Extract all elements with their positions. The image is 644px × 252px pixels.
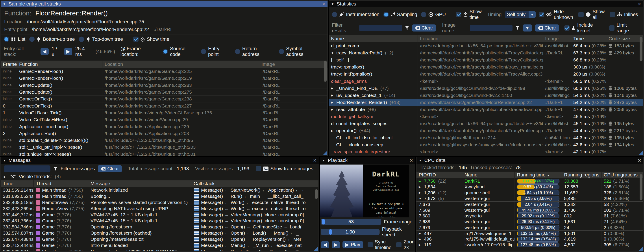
radio-dot[interactable] — [4, 36, 9, 42]
radio-dot[interactable] — [163, 49, 168, 54]
statistics-titlebar[interactable]: ▼ Statistics × — [329, 1, 643, 7]
callstack-icon[interactable] — [194, 188, 199, 192]
playback-speed-slider[interactable]: 1.00 — [321, 229, 380, 235]
collapse-icon[interactable]: ▼ — [3, 158, 6, 162]
radio-dot[interactable] — [29, 36, 34, 42]
cpu-thread-row[interactable]: ▶1,206(12)gnome-shell4.64 s (19.10%)11,6… — [416, 190, 643, 196]
message-row[interactable]: 382,408,518nsRemoteView(7,775)Remote vie… — [1, 199, 319, 206]
checkbox[interactable] — [609, 25, 614, 30]
message-row[interactable]: 382,712,444nsGame(7,776)Intro menu loade… — [1, 242, 319, 248]
checkbox[interactable] — [368, 242, 373, 247]
radio-source-code[interactable]: Source code — [163, 46, 197, 57]
stats-row[interactable]: clear_page_erms<kernel><kernel>66.5 ms(0… — [329, 78, 643, 84]
close-icon[interactable]: × — [410, 158, 413, 163]
sample-titlebar[interactable]: ▼ Sample entry call stacks × — [1, 1, 328, 7]
inlines-checkbox[interactable]: Inlines — [610, 12, 638, 18]
callstack-icon[interactable] — [194, 249, 199, 252]
play-button[interactable]: ▶ Play — [342, 241, 363, 248]
expander-icon[interactable]: ▶ — [419, 191, 422, 194]
resize-grip[interactable] — [638, 151, 643, 155]
radio-entry-point[interactable]: Entry point — [201, 46, 231, 57]
table-row[interactable]: inlineGame::RenderFloor()/home/wolf/dark… — [1, 68, 328, 75]
expander-icon[interactable]: ▶ — [331, 129, 334, 132]
close-icon[interactable]: × — [313, 158, 316, 163]
close-icon[interactable]: × — [638, 158, 641, 163]
cpu-data-titlebar[interactable]: ▼ CPU data × — [416, 157, 643, 164]
filter-results-input[interactable] — [359, 25, 402, 31]
cpu-thread-row[interactable]: ▼7,673(5)wezterm-gui2.15 s (8.86%)5,4852… — [416, 196, 643, 201]
radio-dot[interactable] — [279, 49, 284, 54]
table-row[interactable]: inlineGame::OnTick()/home/wolf/darkrl/sr… — [1, 96, 328, 102]
message-row[interactable]: 382,504,746nsGame(7,776)Opening /forest.… — [1, 224, 319, 230]
checkbox[interactable] — [256, 166, 261, 172]
show-time-checkbox[interactable]: Show time — [456, 9, 482, 20]
callstack-icon[interactable] — [194, 206, 199, 211]
collapse-icon[interactable]: ▼ — [331, 2, 334, 6]
stats-row[interactable]: ▶read_attribute(+8)/home/wolf/darkrl/con… — [329, 106, 643, 113]
checkbox[interactable] — [396, 242, 402, 247]
hide-unknown-checkbox[interactable]: Hide unknown — [539, 9, 573, 20]
expander-icon[interactable]: ▶ — [331, 86, 334, 90]
checkbox[interactable] — [578, 12, 584, 17]
checkbox[interactable] — [610, 12, 615, 17]
stats-row[interactable]: ▼tracy::NormalizePath()(+2)/home/wolf/da… — [329, 49, 643, 56]
stats-row[interactable]: [ - self - ]/home/wolf/darkrl/contrib/tr… — [329, 56, 643, 64]
image-filter-dropdown-button[interactable]: ▼ — [523, 24, 532, 32]
radio-dot[interactable] — [332, 12, 337, 17]
resize-grip[interactable] — [314, 246, 318, 251]
frame-image-slider[interactable]: 53 — [321, 219, 381, 225]
image-name-input[interactable] — [470, 25, 512, 31]
next-frame-button[interactable]: ▶ — [332, 241, 340, 248]
stats-row[interactable]: tracy::rpmalloc()/home/wolf/darkrl/contr… — [329, 64, 643, 70]
cpu-thread-row[interactable]: 7,689wezterm-gui49.46 ms (0.20%)1,786102… — [416, 207, 643, 213]
resize-grip[interactable] — [323, 151, 327, 155]
message-row[interactable]: 382,428,269nsRemoteView(7,775)Attempting… — [1, 206, 319, 212]
callstack-icon[interactable] — [194, 224, 199, 229]
checkbox[interactable] — [539, 12, 544, 17]
limit-range-checkbox[interactable]: Limit range — [609, 22, 638, 34]
scrollbar[interactable] — [324, 60, 327, 82]
callstack-icon[interactable] — [194, 237, 199, 242]
expander-icon[interactable]: ▶ — [419, 180, 422, 183]
cpu-thread-row[interactable]: ▶7,750(22)DarkRL10.04 s (41.37%)30,38852… — [416, 178, 643, 184]
expander-icon[interactable]: ▶ — [419, 243, 422, 246]
visible-threads-row[interactable]: ▶ Visible threads: (8) — [1, 174, 319, 180]
cpu-thread-row[interactable]: 7,680async-io29.02 ms (0.12%)80261(7.61%… — [416, 213, 643, 219]
radio-bottom-up-tree[interactable]: Bottom-up tree — [29, 36, 75, 42]
table-row[interactable]: inlinestd::__uniq_ptr_impl<>::reset()/us… — [1, 144, 328, 151]
resize-grip[interactable] — [638, 246, 643, 251]
radio-list[interactable]: List — [4, 36, 25, 42]
collapse-icon[interactable]: ▼ — [322, 158, 325, 162]
clear-messages-button[interactable]: Clear — [98, 165, 122, 172]
zoom-2x-checkbox[interactable]: Zoom 2× — [396, 239, 416, 250]
cpu-thread-row[interactable]: ▶1,834Xwayland9.57 s (39.44%)12,553188(1… — [416, 184, 643, 190]
cpu-thread-row[interactable]: 7,688wezterm-gui28.93 ms (0.12%)1,53171(… — [416, 219, 643, 224]
collapse-icon[interactable]: ▼ — [419, 158, 422, 162]
next-stack-button[interactable]: ▶ — [64, 48, 72, 55]
radio-top-down-tree[interactable]: Top-down tree — [79, 36, 123, 42]
expander-icon[interactable]: ▶ — [331, 108, 334, 111]
show-frame-images-checkbox[interactable]: Show frame images — [256, 166, 313, 172]
scrollbar[interactable] — [640, 37, 642, 61]
radio-dot[interactable] — [421, 12, 426, 17]
stats-row[interactable]: __GI___clock_nanosleep/usr/src/debug/gli… — [329, 141, 643, 148]
callstack-icon[interactable] — [194, 194, 199, 199]
scrollbar[interactable] — [315, 189, 318, 199]
stats-row[interactable]: __GI__dl_find_dso_for_object/usr/src/deb… — [329, 134, 643, 141]
slider-handle[interactable] — [322, 219, 325, 224]
message-row[interactable]: 381,692,052nsMain thread(7,750)Booting..… — [1, 193, 319, 199]
stats-row[interactable]: ▶operator()(+44)/home/wolf/darkrl/contri… — [329, 127, 643, 134]
scrollbar[interactable] — [640, 174, 642, 200]
funnel-icon[interactable] — [405, 26, 409, 30]
include-kernel-checkbox[interactable]: Include kernel — [564, 22, 604, 34]
funnel-icon[interactable] — [516, 26, 520, 30]
expander-icon[interactable]: ▶ — [331, 94, 334, 97]
expander-icon[interactable]: ▶ — [419, 185, 422, 188]
expander-icon[interactable]: ▶ — [419, 238, 422, 241]
cpu-thread-row[interactable]: ▶497irq/176-iwlwifi:queue_1132.15 ms (0.… — [416, 230, 643, 236]
callstack-icon[interactable] — [194, 218, 199, 223]
expander-icon[interactable]: ▶ — [4, 175, 7, 178]
close-icon[interactable]: × — [322, 1, 325, 7]
cpu-thread-row[interactable]: ▶496irq/175-iwlwifi:default_qu132.14 ms … — [416, 236, 643, 242]
close-icon[interactable]: × — [638, 1, 641, 7]
